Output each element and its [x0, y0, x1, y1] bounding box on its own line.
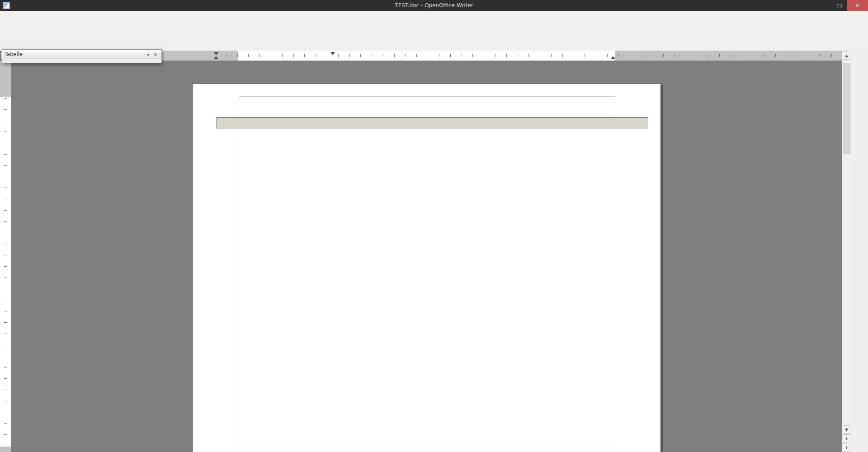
vertical-scrollbar[interactable]: ▲ ▼ ⇞ ⇟: [842, 51, 851, 452]
document-table: [217, 117, 648, 129]
window-title: TEST.doc - OpenOffice Writer: [0, 2, 868, 9]
table-toolbar-close-icon[interactable]: ×: [152, 51, 159, 58]
close-button[interactable]: ×: [847, 0, 868, 11]
table-toolbar-menu-icon[interactable]: ▾: [145, 51, 152, 58]
maximize-button[interactable]: □: [832, 0, 847, 11]
scroll-up-button[interactable]: ▲: [843, 51, 850, 60]
openoffice-writer-window: TEST.doc - OpenOffice Writer – □ × L: [0, 0, 868, 452]
column-margin-marker[interactable]: [330, 52, 335, 55]
ruler-ticks: [215, 54, 842, 57]
text-boundary: [239, 96, 615, 446]
vertical-ruler[interactable]: [0, 61, 11, 452]
table-toolbar-window: Tabelle ▾ ×: [2, 49, 162, 63]
table-toolbar-titlebar[interactable]: Tabelle ▾ ×: [2, 50, 161, 59]
text-boundary-line: [239, 114, 615, 114]
left-indent-marker[interactable]: [214, 56, 218, 59]
ruler-ticks: [4, 98, 7, 452]
scrollbar-thumb[interactable]: [843, 63, 850, 154]
table-header-row: [217, 117, 648, 129]
standard-toolbar: [0, 22, 868, 38]
right-indent-marker[interactable]: [611, 56, 615, 59]
minimize-button[interactable]: –: [816, 0, 832, 11]
page: [192, 83, 661, 452]
first-line-indent-marker[interactable]: [214, 52, 218, 55]
scroll-down-button[interactable]: ▼: [843, 425, 850, 434]
document-area: [11, 61, 842, 452]
title-bar: TEST.doc - OpenOffice Writer – □ ×: [0, 0, 868, 11]
workspace: L ▲ ▼ ⇞ ⇟: [0, 51, 868, 452]
previous-page-button[interactable]: ⇞: [843, 434, 850, 443]
sidebar-tab-bar: [851, 51, 868, 452]
table-toolbar-title: Tabelle: [5, 51, 23, 57]
next-page-button[interactable]: ⇟: [843, 443, 850, 452]
table-toolbar-row-2: [2, 61, 161, 63]
menu-bar: [0, 11, 868, 22]
window-controls: – □ ×: [816, 0, 868, 11]
app-icon: [3, 2, 10, 9]
